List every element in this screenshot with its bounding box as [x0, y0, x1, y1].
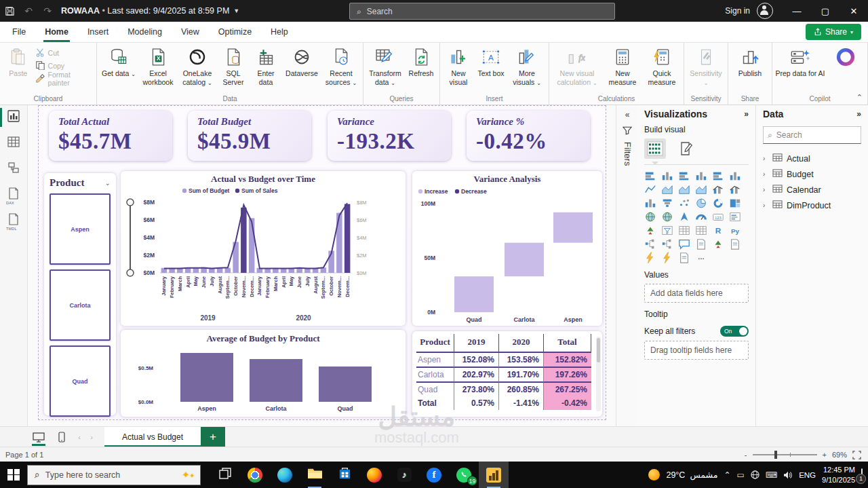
qna-icon[interactable] [678, 238, 690, 250]
taskbar-app-firefox[interactable] [359, 462, 389, 488]
values-dropzone[interactable]: Add data fields here [644, 284, 749, 303]
variance-table[interactable]: Product20192020TotalAspen152.08%153.58%1… [412, 331, 602, 417]
kpi-card-3[interactable]: Variance % -0.42% [467, 111, 590, 161]
touch-keyboard-icon[interactable]: ⌨ [766, 470, 777, 480]
rail-report-view[interactable] [0, 105, 27, 130]
decomposition-tree-icon[interactable] [661, 238, 673, 250]
close-button[interactable]: ✕ [840, 0, 868, 22]
prep-data-for-ai-button[interactable]: Prep data for AI [775, 43, 825, 92]
map-icon[interactable] [644, 211, 656, 223]
zoom-in-button[interactable]: + [823, 451, 827, 459]
collapse-data-pane-icon[interactable]: » [856, 109, 861, 119]
taskbar-app-microsoft-store[interactable] [330, 462, 359, 488]
format-visual-tab[interactable] [675, 138, 697, 159]
hidden-icons-chevron[interactable]: ⌃ [724, 470, 730, 480]
start-button[interactable] [0, 462, 27, 488]
taskbar-search-input[interactable]: ⌕ Type here to search ✦✦ [27, 465, 201, 485]
previous-page-arrow[interactable]: ‹ [73, 433, 85, 441]
minimize-button[interactable]: — [783, 0, 811, 22]
rail-dax-query-view[interactable]: DAX [0, 182, 27, 208]
rail-model-view[interactable] [0, 156, 27, 182]
multi-row-card-icon[interactable] [729, 211, 741, 223]
matrix-icon[interactable] [695, 225, 707, 236]
taskbar-app-facebook[interactable]: f [419, 462, 449, 488]
menu-modeling[interactable]: Modeling [118, 22, 172, 42]
funnel-chart-icon[interactable] [661, 198, 673, 209]
zoom-slider[interactable] [753, 454, 817, 455]
collapse-visualizations-icon[interactable]: » [744, 109, 749, 119]
copilot-button[interactable] [827, 43, 865, 92]
line-chart-icon[interactable] [644, 184, 656, 195]
redo-icon[interactable]: ↷ [38, 0, 57, 22]
sign-in-link[interactable]: Sign in [718, 6, 757, 16]
onelake-catalog-button[interactable]: OneLake catalog ⌄ [178, 43, 216, 92]
pie-chart-icon[interactable] [695, 198, 707, 209]
get-data-button[interactable]: Get data ⌄ [100, 43, 138, 92]
save-icon[interactable] [0, 0, 19, 22]
area-chart-icon[interactable] [661, 184, 673, 195]
menu-file[interactable]: File [3, 22, 35, 42]
next-page-arrow[interactable]: › [85, 433, 98, 441]
slicer-option-quad[interactable]: Quad [50, 345, 111, 417]
network-icon[interactable] [751, 470, 760, 479]
undo-icon[interactable]: ↶ [19, 0, 38, 22]
slicer-option-carlota[interactable]: Carlota [50, 269, 111, 341]
taskbar-app-whatsapp[interactable]: 19 [449, 462, 479, 488]
taskbar-app-task-view[interactable] [210, 462, 240, 488]
enter-data-button[interactable]: Enter data [250, 43, 281, 92]
page-tab-actual-vs-budget[interactable]: Actual vs Budget [104, 427, 201, 447]
publish-button[interactable]: Publish [731, 43, 769, 92]
table-scrollbar[interactable] [596, 337, 601, 411]
paginated-report-icon[interactable] [729, 238, 741, 250]
new-page-button[interactable]: + [201, 427, 225, 447]
weather-sun-icon[interactable] [648, 469, 660, 481]
title-caret-icon[interactable]: ▼ [233, 7, 239, 14]
clustered-bar-chart-icon[interactable] [678, 170, 690, 182]
chevron-right-icon[interactable]: › [763, 202, 768, 209]
table-header-total[interactable]: Total [544, 334, 591, 353]
key-influencers-icon[interactable] [644, 238, 656, 250]
taskbar-app-power-bi[interactable] [479, 462, 509, 488]
waterfall-chart-icon[interactable] [644, 198, 656, 209]
kpi-card-1[interactable]: Total Budget $45.9M [188, 111, 311, 161]
scatter-chart-icon[interactable] [678, 198, 690, 209]
zoom-out-button[interactable]: - [745, 451, 747, 459]
gauge-icon[interactable] [695, 211, 707, 223]
notification-center[interactable]: 1 [861, 469, 863, 481]
data-table-actual[interactable]: › Actual [763, 151, 861, 166]
chevron-right-icon[interactable]: › [763, 170, 768, 178]
rail-table-view[interactable] [0, 130, 27, 156]
clustered-column-chart-icon[interactable] [695, 170, 707, 182]
sql-server-button[interactable]: SQL Server [218, 43, 249, 92]
menu-help[interactable]: Help [261, 22, 298, 42]
clock[interactable]: 12:45 PM9/10/2025 [822, 465, 855, 485]
dataverse-button[interactable]: Dataverse [283, 43, 321, 92]
stacked-column-chart-icon[interactable] [661, 170, 673, 182]
table-header-2019[interactable]: 2019 [454, 334, 499, 353]
data-table-calendar[interactable]: › Calendar [763, 182, 861, 198]
menu-optimize[interactable]: Optimize [209, 22, 261, 42]
quick-measure-button[interactable]: Quick measure [643, 43, 681, 92]
donut-chart-icon[interactable] [712, 198, 724, 209]
more-options-icon[interactable]: … [695, 252, 707, 263]
kpi-card-0[interactable]: Total Actual $45.7M [49, 111, 172, 161]
taskbar-app-tiktok[interactable]: ♪ [389, 462, 419, 488]
r-script-icon[interactable]: R [712, 225, 724, 236]
fit-to-page-icon[interactable] [852, 451, 861, 459]
stacked-area-chart-icon[interactable] [678, 184, 690, 195]
azure-map-icon[interactable] [678, 211, 690, 223]
python-icon[interactable]: Py [729, 225, 741, 236]
chevron-right-icon[interactable]: › [763, 186, 768, 193]
100-stacked-column-chart-icon[interactable] [729, 170, 741, 182]
table-header-2020[interactable]: 2020 [499, 334, 544, 353]
more-visuals-button[interactable]: More visuals ⌄ [508, 43, 546, 92]
line-and-clustered-column-chart-icon[interactable] [729, 184, 741, 195]
100-stacked-bar-chart-icon[interactable] [712, 170, 724, 182]
new-measure-button[interactable]: New measure [604, 43, 642, 92]
text-box-button[interactable]: AText box [475, 43, 507, 92]
format-painter-button[interactable]: Format painter [35, 73, 94, 84]
slicer-option-aspen[interactable]: Aspen [50, 193, 111, 265]
tablet-mode-icon[interactable]: ▭ [736, 470, 744, 480]
weather-widget[interactable]: 29°Cمشمس [666, 470, 717, 480]
language-indicator[interactable]: ENG [799, 471, 816, 479]
